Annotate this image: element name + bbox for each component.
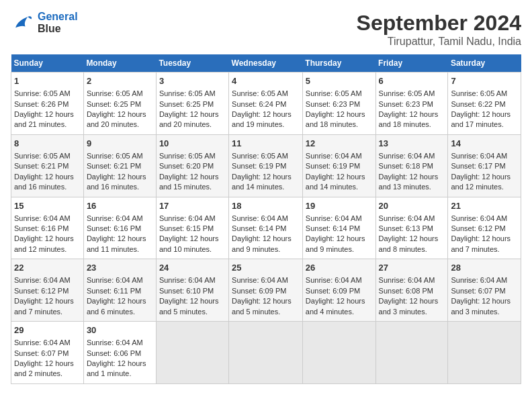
daylight: Daylight: 12 hours and 3 minutes. [379, 297, 439, 315]
daylight: Daylight: 12 hours and 21 minutes. [14, 110, 74, 128]
day-number: 24 [159, 262, 226, 274]
day-number: 23 [87, 262, 153, 274]
day-number: 14 [451, 138, 518, 150]
sunrise: Sunrise: 6:04 AM [451, 214, 507, 222]
sunrise: Sunrise: 6:04 AM [379, 152, 435, 160]
weekday-header-saturday: Saturday [448, 54, 521, 73]
sunrise: Sunrise: 6:04 AM [451, 276, 507, 284]
calendar-cell: 17Sunrise: 6:04 AMSunset: 6:15 PMDayligh… [156, 197, 228, 259]
daylight: Daylight: 12 hours and 2 minutes. [14, 359, 74, 377]
sunrise: Sunrise: 6:04 AM [87, 338, 143, 347]
sunrise: Sunrise: 6:04 AM [14, 214, 71, 222]
sunset: Sunset: 6:15 PM [159, 224, 214, 232]
weekday-header-sunday: Sunday [11, 54, 84, 73]
weekday-header-wednesday: Wednesday [229, 54, 303, 73]
sunset: Sunset: 6:12 PM [14, 287, 69, 295]
sunset: Sunset: 6:07 PM [451, 287, 505, 295]
day-number: 17 [159, 200, 226, 212]
weekday-header-monday: Monday [83, 54, 156, 73]
sunset: Sunset: 6:07 PM [14, 349, 69, 357]
daylight: Daylight: 12 hours and 7 minutes. [451, 234, 511, 253]
day-number: 25 [232, 262, 300, 274]
calendar-week-row: 8Sunrise: 6:05 AMSunset: 6:21 PMDaylight… [11, 134, 521, 197]
weekday-header-friday: Friday [375, 54, 448, 73]
calendar-week-row: 15Sunrise: 6:04 AMSunset: 6:16 PMDayligh… [11, 197, 521, 259]
calendar-cell: 24Sunrise: 6:04 AMSunset: 6:10 PMDayligh… [156, 259, 228, 322]
sunset: Sunset: 6:24 PM [232, 100, 286, 108]
sunset: Sunset: 6:06 PM [87, 349, 141, 357]
calendar-cell: 13Sunrise: 6:04 AMSunset: 6:18 PMDayligh… [375, 134, 448, 197]
sunset: Sunset: 6:21 PM [87, 162, 141, 170]
calendar-week-row: 22Sunrise: 6:04 AMSunset: 6:12 PMDayligh… [11, 259, 521, 322]
logo: General Blue [11, 11, 78, 35]
calendar-cell: 9Sunrise: 6:05 AMSunset: 6:21 PMDaylight… [83, 134, 156, 197]
day-number: 8 [14, 138, 81, 150]
day-number: 28 [451, 262, 518, 274]
sunrise: Sunrise: 6:04 AM [451, 152, 507, 160]
daylight: Daylight: 12 hours and 8 minutes. [379, 234, 439, 253]
day-number: 19 [306, 200, 373, 212]
calendar-week-row: 1Sunrise: 6:05 AMSunset: 6:26 PMDaylight… [11, 73, 521, 135]
calendar-cell: 18Sunrise: 6:04 AMSunset: 6:14 PMDayligh… [229, 197, 303, 259]
day-number: 7 [451, 75, 518, 87]
sunset: Sunset: 6:08 PM [379, 287, 433, 295]
daylight: Daylight: 12 hours and 14 minutes. [306, 173, 365, 191]
sunrise: Sunrise: 6:04 AM [379, 276, 435, 284]
calendar-cell: 8Sunrise: 6:05 AMSunset: 6:21 PMDaylight… [11, 134, 84, 197]
sunset: Sunset: 6:10 PM [159, 287, 214, 295]
calendar-cell: 5Sunrise: 6:05 AMSunset: 6:23 PMDaylight… [302, 73, 375, 135]
daylight: Daylight: 12 hours and 12 minutes. [451, 173, 511, 191]
sunrise: Sunrise: 6:05 AM [14, 89, 71, 97]
day-number: 16 [87, 200, 153, 212]
day-number: 1 [14, 75, 81, 87]
sunset: Sunset: 6:13 PM [379, 224, 433, 232]
day-number: 11 [232, 138, 300, 150]
day-number: 2 [87, 75, 153, 87]
calendar-table: SundayMondayTuesdayWednesdayThursdayFrid… [11, 54, 521, 384]
calendar-cell [229, 322, 303, 384]
sunrise: Sunrise: 6:05 AM [159, 152, 216, 160]
sunset: Sunset: 6:16 PM [87, 224, 141, 232]
calendar-cell: 28Sunrise: 6:04 AMSunset: 6:07 PMDayligh… [448, 259, 521, 322]
daylight: Daylight: 12 hours and 20 minutes. [87, 110, 146, 128]
weekday-header-row: SundayMondayTuesdayWednesdayThursdayFrid… [11, 54, 521, 73]
daylight: Daylight: 12 hours and 11 minutes. [87, 234, 146, 253]
calendar-cell: 14Sunrise: 6:04 AMSunset: 6:17 PMDayligh… [448, 134, 521, 197]
daylight: Daylight: 12 hours and 13 minutes. [379, 173, 439, 191]
sunset: Sunset: 6:22 PM [451, 100, 505, 108]
daylight: Daylight: 12 hours and 19 minutes. [232, 110, 292, 128]
sunrise: Sunrise: 6:04 AM [14, 338, 71, 347]
calendar-cell [375, 322, 448, 384]
calendar-cell: 4Sunrise: 6:05 AMSunset: 6:24 PMDaylight… [229, 73, 303, 135]
calendar-cell: 6Sunrise: 6:05 AMSunset: 6:23 PMDaylight… [375, 73, 448, 135]
day-number: 13 [379, 138, 445, 150]
calendar-cell: 16Sunrise: 6:04 AMSunset: 6:16 PMDayligh… [83, 197, 156, 259]
sunset: Sunset: 6:23 PM [379, 100, 433, 108]
calendar-cell: 29Sunrise: 6:04 AMSunset: 6:07 PMDayligh… [11, 322, 84, 384]
sunrise: Sunrise: 6:05 AM [87, 152, 143, 160]
sunset: Sunset: 6:14 PM [306, 224, 360, 232]
calendar-cell: 1Sunrise: 6:05 AMSunset: 6:26 PMDaylight… [11, 73, 84, 135]
daylight: Daylight: 12 hours and 17 minutes. [451, 110, 511, 128]
sunrise: Sunrise: 6:04 AM [306, 276, 362, 284]
daylight: Daylight: 12 hours and 14 minutes. [232, 173, 292, 191]
sunset: Sunset: 6:19 PM [232, 162, 286, 170]
sunrise: Sunrise: 6:05 AM [232, 152, 288, 160]
day-number: 20 [379, 200, 445, 212]
day-number: 27 [379, 262, 445, 274]
calendar-cell: 26Sunrise: 6:04 AMSunset: 6:09 PMDayligh… [302, 259, 375, 322]
day-number: 12 [306, 138, 373, 150]
day-number: 15 [14, 200, 81, 212]
sunset: Sunset: 6:19 PM [306, 162, 360, 170]
sunset: Sunset: 6:17 PM [451, 162, 505, 170]
calendar-cell: 3Sunrise: 6:05 AMSunset: 6:25 PMDaylight… [156, 73, 228, 135]
sunrise: Sunrise: 6:04 AM [14, 276, 71, 284]
calendar-cell: 23Sunrise: 6:04 AMSunset: 6:11 PMDayligh… [83, 259, 156, 322]
calendar-cell: 12Sunrise: 6:04 AMSunset: 6:19 PMDayligh… [302, 134, 375, 197]
calendar-cell: 30Sunrise: 6:04 AMSunset: 6:06 PMDayligh… [83, 322, 156, 384]
calendar-cell [448, 322, 521, 384]
daylight: Daylight: 12 hours and 20 minutes. [159, 110, 219, 128]
day-number: 9 [87, 138, 153, 150]
sunset: Sunset: 6:26 PM [14, 100, 69, 108]
sunset: Sunset: 6:23 PM [306, 100, 360, 108]
